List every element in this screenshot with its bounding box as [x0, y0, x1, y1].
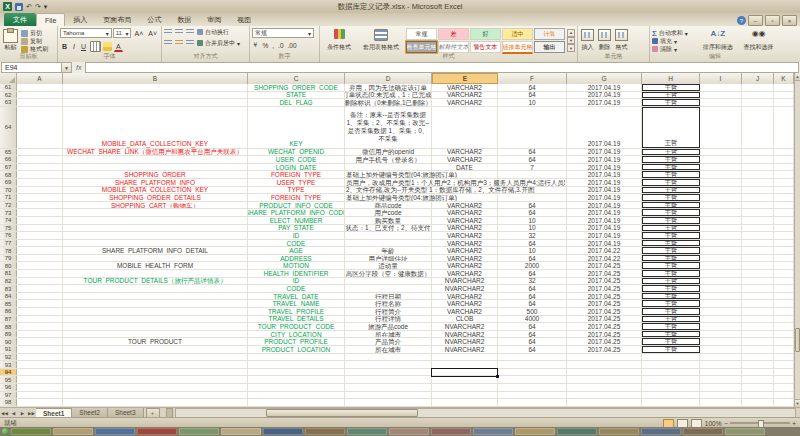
cell-type-92[interactable] — [432, 354, 498, 361]
cell-date-74[interactable]: 2017.04.19 — [567, 217, 642, 224]
cell-length-81[interactable]: 64 — [498, 270, 567, 277]
cell-owner-92[interactable] — [642, 354, 700, 361]
cell-type-72[interactable]: VARCHAR2 — [432, 202, 498, 209]
cell-type-66[interactable]: VARCHAR2 — [432, 156, 498, 163]
cell-owner-61[interactable]: 王哲 — [642, 84, 700, 91]
cell-i-68[interactable] — [700, 171, 742, 178]
taskbar-item-10[interactable] — [431, 428, 471, 435]
cell-a-89[interactable] — [17, 331, 63, 338]
cell-description-90[interactable]: 产品简介 — [345, 338, 432, 345]
cell-length-80[interactable]: 2000 — [498, 262, 567, 269]
taskbar-item-2[interactable] — [95, 428, 135, 435]
cell-a-72[interactable] — [17, 202, 63, 209]
cell-i-75[interactable] — [700, 225, 742, 232]
cell-date-64[interactable]: 2017.04.19 — [567, 107, 642, 148]
decrease-decimal-button[interactable]: .00 — [288, 42, 297, 49]
column-header-J[interactable]: J — [742, 73, 774, 84]
cell-description-81[interactable]: 高区分字段（空：健康数据） — [345, 270, 432, 277]
cell-k-92[interactable] — [774, 354, 794, 361]
horizontal-scroll-thumb[interactable] — [266, 409, 418, 417]
row-header-92[interactable]: 92 — [0, 354, 17, 361]
cell-length-79[interactable]: 64 — [498, 255, 567, 262]
cell-type-95[interactable] — [432, 376, 498, 383]
cell-a-91[interactable] — [17, 346, 63, 353]
cell-date-70[interactable]: 2017.04.19 — [567, 187, 642, 194]
row-header-72[interactable]: 72 — [0, 202, 17, 209]
cell-k-74[interactable] — [774, 217, 794, 224]
cell-type-81[interactable]: VARCHAR2 — [432, 270, 498, 277]
cell-a-98[interactable] — [17, 399, 63, 406]
cell-type-87[interactable]: CLOB — [432, 316, 498, 323]
cell-table-name-77[interactable] — [63, 240, 248, 247]
gallery-up-icon[interactable]: ▲ — [567, 29, 575, 37]
cell-field-name-70[interactable]: TYPE — [248, 187, 345, 194]
cell-owner-69[interactable]: 王哲 — [642, 179, 700, 186]
cell-date-73[interactable]: 2017.04.19 — [567, 209, 642, 216]
cell-i-62[interactable] — [700, 92, 742, 99]
cell-j-89[interactable] — [742, 331, 774, 338]
cell-field-name-72[interactable]: PRODUCT_INFO_CODE — [248, 202, 345, 209]
row-header-90[interactable]: 90 — [0, 338, 17, 345]
cell-owner-95[interactable] — [642, 376, 700, 383]
cell-i-88[interactable] — [700, 323, 742, 330]
cell-j-66[interactable] — [742, 156, 774, 163]
cell-i-63[interactable] — [700, 99, 742, 106]
row-header-61[interactable]: 61 — [0, 84, 17, 91]
cell-date-67[interactable]: 2017.04.19 — [567, 164, 642, 171]
cell-table-name-65[interactable]: WECHAT_SHARE_LINK（微信用户和惠农平台用户关联表） — [63, 149, 248, 156]
cell-i-95[interactable] — [700, 376, 742, 383]
cell-date-93[interactable] — [567, 361, 642, 368]
scroll-up-icon[interactable]: ▲ — [795, 73, 800, 81]
cell-field-name-88[interactable]: TOUR_PRODUCT_CODE — [248, 323, 345, 330]
cell-owner-86[interactable]: 王哲 — [642, 308, 700, 315]
cell-a-69[interactable] — [17, 179, 63, 186]
cell-k-98[interactable] — [774, 399, 794, 406]
row-header-78[interactable]: 78 — [0, 247, 17, 254]
column-header-A[interactable]: A — [17, 73, 63, 84]
taskbar-item-9[interactable] — [389, 428, 429, 435]
cell-owner-81[interactable]: 王哲 — [642, 270, 700, 277]
cell-owner-63[interactable]: 王哲 — [642, 99, 700, 106]
cell-owner-70[interactable]: 王哲 — [642, 187, 700, 194]
cell-date-79[interactable]: 2017.04.22 — [567, 255, 642, 262]
cell-field-name-73[interactable]: SHARE_PLATFORM_INFO_CODE — [248, 209, 345, 216]
taskbar-item-17[interactable] — [725, 428, 765, 435]
cell-owner-96[interactable] — [642, 384, 700, 391]
cell-date-88[interactable]: 2017.04.25 — [567, 323, 642, 330]
cell-i-90[interactable] — [700, 338, 742, 345]
cell-field-name-78[interactable]: AGE — [248, 247, 345, 254]
cell-k-69[interactable] — [774, 179, 794, 186]
cell-k-89[interactable] — [774, 331, 794, 338]
cell-i-67[interactable] — [700, 164, 742, 171]
cell-a-88[interactable] — [17, 323, 63, 330]
cell-length-97[interactable] — [498, 392, 567, 399]
cell-field-name-76[interactable]: ID — [248, 232, 345, 239]
cell-k-68[interactable] — [774, 171, 794, 178]
maximize-button[interactable]: ▫ — [765, 15, 780, 26]
cell-k-73[interactable] — [774, 209, 794, 216]
cell-table-name-71[interactable]: SHOPPING_ORDER_DETAILS — [63, 194, 248, 201]
selected-cell-outline[interactable] — [431, 368, 498, 377]
cell-j-64[interactable] — [742, 107, 774, 148]
cell-type-86[interactable]: VARCHAR2 — [432, 308, 498, 315]
cell-i-80[interactable] — [700, 262, 742, 269]
cell-description-94[interactable] — [345, 369, 432, 376]
cell-field-name-83[interactable]: CODE — [248, 285, 345, 292]
cell-k-83[interactable] — [774, 285, 794, 292]
cell-field-name-71[interactable]: FOREIGN_TYPE — [248, 194, 345, 201]
cell-k-79[interactable] — [774, 255, 794, 262]
cell-i-86[interactable] — [700, 308, 742, 315]
cell-table-name-74[interactable] — [63, 217, 248, 224]
cell-j-87[interactable] — [742, 316, 774, 323]
insert-cells-button[interactable]: 插入 — [580, 28, 595, 53]
cell-length-64[interactable] — [498, 107, 567, 148]
cell-description-68[interactable]: 基础上加外键编号类型(04:旅游团订单) — [345, 171, 432, 178]
cell-field-name-80[interactable]: MOTION — [248, 262, 345, 269]
cell-length-96[interactable] — [498, 384, 567, 391]
column-header-H[interactable]: H — [642, 73, 700, 84]
cell-owner-87[interactable]: 王哲 — [642, 316, 700, 323]
cell-owner-62[interactable]: 王哲 — [642, 92, 700, 99]
cell-description-64[interactable]: 备注：原来--是否采集数据 1、采集；2、不采集；改完--是否采集数据 1、采集… — [345, 107, 432, 148]
cell-style-bad[interactable]: 差 — [438, 28, 469, 40]
cell-length-84[interactable]: 64 — [498, 293, 567, 300]
